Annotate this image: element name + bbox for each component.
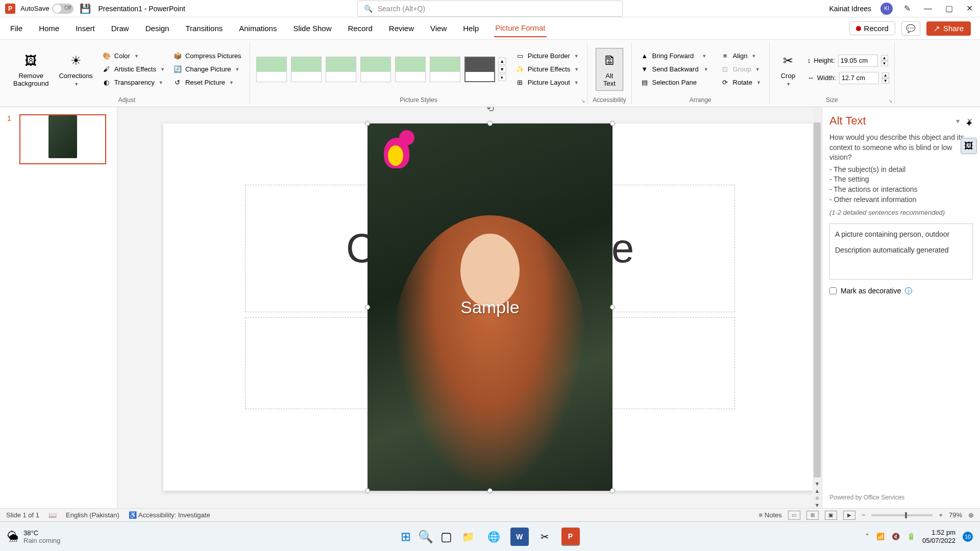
resize-handle-w[interactable]	[365, 305, 370, 310]
chrome-taskbar[interactable]: 🌐	[485, 528, 503, 546]
align-button[interactable]: ≡Align▼	[718, 50, 764, 62]
picture-style-7[interactable]	[464, 57, 495, 82]
width-up[interactable]: ▲	[882, 72, 889, 78]
zoom-in-button[interactable]: +	[939, 511, 943, 519]
rotate-handle[interactable]: ⟲	[486, 107, 494, 114]
powerpoint-taskbar[interactable]: P	[561, 528, 580, 546]
reading-view-button[interactable]: ▣	[825, 511, 837, 520]
tab-transitions[interactable]: Transitions	[184, 20, 224, 37]
picture-effects-button[interactable]: ✨Picture Effects▼	[512, 63, 582, 76]
tab-home[interactable]: Home	[38, 20, 60, 37]
notes-button[interactable]: ≡ Notes	[759, 511, 782, 519]
scrollbar-thumb[interactable]	[814, 122, 821, 478]
height-up[interactable]: ▲	[881, 55, 888, 61]
remove-background-button[interactable]: 🖼 Remove Background	[9, 48, 53, 90]
mark-decorative-checkbox[interactable]	[829, 287, 837, 294]
slide-counter[interactable]: Slide 1 of 1	[6, 511, 39, 519]
color-button[interactable]: 🎨Color▼	[99, 50, 168, 62]
tab-record[interactable]: Record	[347, 20, 373, 37]
slideshow-view-button[interactable]: ▶	[843, 511, 855, 520]
volume-icon[interactable]: 🔇	[892, 533, 900, 540]
bring-forward-button[interactable]: ▲Bring Forward ▼	[637, 50, 712, 62]
accessibility-status[interactable]: ♿ Accessibility: Investigate	[129, 511, 210, 519]
height-down[interactable]: ▼	[881, 61, 888, 66]
width-down[interactable]: ▼	[882, 78, 889, 84]
word-taskbar[interactable]: W	[510, 528, 529, 546]
tab-design[interactable]: Design	[144, 20, 170, 37]
autosave-toggle[interactable]: Off	[52, 4, 74, 14]
spell-check-icon[interactable]: 📖	[48, 511, 57, 519]
tray-expand-icon[interactable]: ˄	[866, 533, 869, 540]
zoom-slider[interactable]	[871, 514, 933, 516]
resize-handle-e[interactable]	[610, 305, 615, 310]
restore-button[interactable]: ▢	[943, 2, 955, 15]
picture-styles-dialog-launcher[interactable]: ↘	[581, 98, 585, 104]
search-input[interactable]: 🔍 Search (Alt+Q)	[357, 1, 623, 17]
group-button[interactable]: ⊡Group▼	[718, 63, 764, 76]
zoom-out-button[interactable]: −	[862, 511, 866, 519]
width-input[interactable]	[839, 72, 879, 84]
file-explorer-taskbar[interactable]: 📁	[459, 528, 478, 546]
picture-border-button[interactable]: ▭Picture Border▼	[512, 50, 582, 62]
reset-picture-button[interactable]: ↺Reset Picture▼	[170, 77, 244, 89]
fit-to-window-button[interactable]: ⊕	[968, 511, 974, 519]
size-dialog-launcher[interactable]: ↘	[888, 98, 892, 104]
tab-animations[interactable]: Animations	[238, 20, 278, 37]
normal-view-button[interactable]: ▭	[788, 511, 800, 520]
resize-handle-n[interactable]	[487, 121, 493, 126]
notification-badge[interactable]: 10	[963, 532, 973, 542]
prev-slide-icon[interactable]: ▲	[815, 488, 820, 494]
tab-review[interactable]: Review	[388, 20, 415, 37]
comments-button[interactable]: 💬	[901, 21, 920, 36]
battery-icon[interactable]: 🔋	[907, 533, 915, 540]
language-status[interactable]: English (Pakistan)	[66, 511, 119, 519]
save-icon[interactable]: 💾	[80, 3, 91, 14]
gallery-more-button[interactable]: ▾	[498, 74, 506, 81]
share-button[interactable]: ↗ Share	[926, 21, 971, 36]
scroll-down-icon[interactable]: ▼	[815, 481, 820, 487]
compress-pictures-button[interactable]: 📦Compress Pictures	[170, 50, 244, 62]
tab-help[interactable]: Help	[462, 20, 480, 37]
taskbar-search-button[interactable]: 🔍	[418, 530, 433, 544]
tab-file[interactable]: File	[9, 20, 23, 37]
clock[interactable]: 1:52 pm 05/07/2022	[922, 529, 955, 544]
artistic-effects-button[interactable]: 🖌Artistic Effects▼	[99, 63, 168, 76]
user-name[interactable]: Kainat Idrees	[829, 5, 872, 13]
picture-style-6[interactable]	[430, 57, 460, 82]
task-view-button[interactable]: ▢	[440, 530, 452, 544]
slide-canvas[interactable]: C lick to add titl e ⟲ Sample	[163, 123, 817, 491]
minimize-button[interactable]: —	[922, 2, 934, 15]
resize-handle-sw[interactable]	[365, 488, 370, 493]
picture-style-5[interactable]	[395, 57, 426, 82]
splitter-icon[interactable]: ≡	[816, 495, 819, 501]
record-button[interactable]: Record	[849, 21, 895, 35]
vertical-scrollbar[interactable]: ▼ ▲ ≡ ▼	[813, 107, 822, 508]
picture-style-4[interactable]	[360, 57, 391, 82]
crop-button[interactable]: ✂ Crop ▼	[775, 48, 801, 90]
tab-view[interactable]: View	[429, 20, 448, 37]
resize-handle-s[interactable]	[487, 488, 493, 493]
close-button[interactable]: ✕	[964, 2, 975, 15]
slide-sorter-view-button[interactable]: ⊞	[806, 511, 819, 520]
picture-layout-button[interactable]: ⊞Picture Layout▼	[512, 77, 582, 89]
tab-slideshow[interactable]: Slide Show	[292, 20, 332, 37]
next-slide-icon[interactable]: ▼	[815, 502, 820, 508]
alt-text-textarea[interactable]: A picture containing person, outdoor Des…	[829, 223, 973, 280]
coming-soon-icon[interactable]: ✎	[902, 2, 913, 15]
info-icon[interactable]: i	[905, 287, 912, 294]
resize-handle-se[interactable]	[610, 488, 615, 493]
tab-draw[interactable]: Draw	[110, 20, 130, 37]
height-input[interactable]	[838, 55, 878, 67]
designer-rail-button[interactable]: ✦	[961, 115, 977, 132]
zoom-level[interactable]: 79%	[949, 511, 962, 519]
send-backward-button[interactable]: ▼Send Backward ▼	[637, 63, 712, 76]
start-button[interactable]: ⊞	[401, 530, 411, 544]
corrections-button[interactable]: ☀ Corrections ▼	[55, 48, 96, 90]
tab-insert[interactable]: Insert	[75, 20, 96, 37]
transparency-button[interactable]: ◐Transparency▼	[99, 77, 168, 89]
gallery-down-button[interactable]: ▼	[498, 66, 506, 73]
resize-handle-ne[interactable]	[610, 121, 615, 126]
wifi-icon[interactable]: 📶	[876, 533, 885, 540]
picture-style-1[interactable]	[256, 57, 287, 82]
slide-thumbnail-panel[interactable]: 1	[0, 107, 117, 508]
